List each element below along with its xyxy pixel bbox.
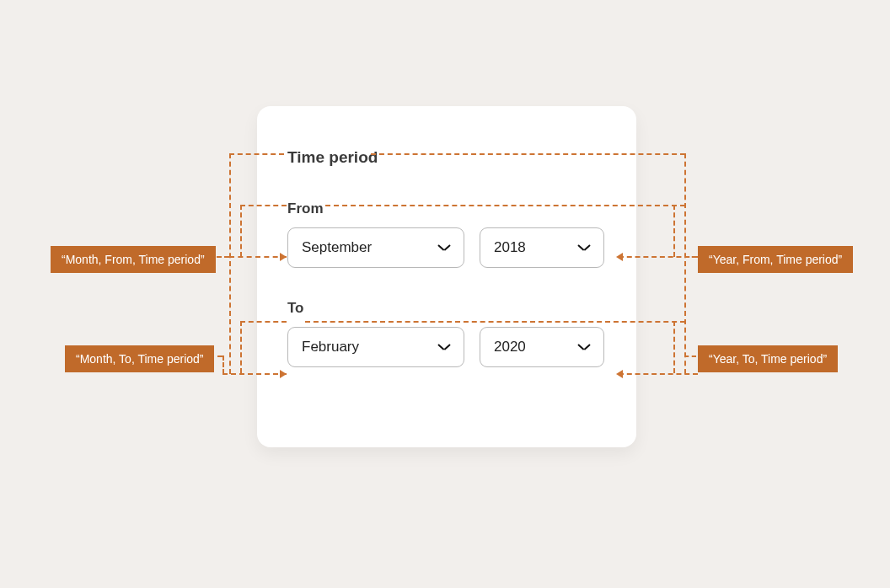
guide-line bbox=[229, 153, 284, 155]
from-month-select[interactable]: September bbox=[287, 227, 464, 268]
card-title: Time period bbox=[287, 148, 606, 167]
guide-line bbox=[325, 205, 685, 206]
guide-line bbox=[305, 321, 685, 323]
to-year-select[interactable]: 2020 bbox=[480, 327, 604, 367]
arrow-left-icon bbox=[616, 370, 623, 378]
to-month-value: February bbox=[302, 339, 359, 355]
connector-line bbox=[222, 355, 224, 374]
arrow-line bbox=[619, 373, 698, 375]
guide-line bbox=[240, 205, 287, 206]
time-period-card: Time period From September 2018 To Febru… bbox=[257, 106, 636, 447]
to-month-select[interactable]: February bbox=[287, 327, 464, 367]
from-group: From September 2018 bbox=[287, 200, 606, 268]
from-year-select[interactable]: 2018 bbox=[480, 227, 604, 268]
from-label: From bbox=[287, 200, 606, 217]
guide-line bbox=[240, 321, 287, 323]
guide-line bbox=[240, 205, 242, 257]
from-month-value: September bbox=[302, 239, 372, 256]
connector-line bbox=[684, 256, 696, 258]
guide-line bbox=[371, 153, 685, 155]
guide-line bbox=[684, 153, 686, 374]
annotation-year-to: “Year, To, Time period” bbox=[698, 345, 838, 372]
arrow-right-icon bbox=[280, 370, 287, 378]
arrow-right-icon bbox=[280, 253, 287, 261]
arrow-left-icon bbox=[616, 253, 623, 261]
annotation-month-to: “Month, To, Time period” bbox=[65, 345, 214, 372]
annotation-month-from: “Month, From, Time period” bbox=[51, 246, 216, 273]
chevron-down-icon bbox=[578, 344, 590, 350]
annotation-year-from: “Year, From, Time period” bbox=[698, 246, 853, 273]
guide-line bbox=[673, 205, 675, 257]
guide-line bbox=[240, 321, 242, 373]
to-year-value: 2020 bbox=[494, 339, 526, 355]
chevron-down-icon bbox=[438, 244, 450, 251]
from-selects: September 2018 bbox=[287, 227, 606, 268]
guide-line bbox=[673, 321, 675, 373]
chevron-down-icon bbox=[578, 244, 590, 251]
chevron-down-icon bbox=[438, 344, 450, 350]
guide-line bbox=[229, 153, 231, 374]
arrow-line bbox=[222, 373, 287, 375]
from-year-value: 2018 bbox=[494, 239, 526, 256]
connector-line bbox=[684, 355, 696, 357]
to-group: To February 2020 bbox=[287, 300, 606, 367]
to-label: To bbox=[287, 300, 606, 317]
arrow-line bbox=[229, 256, 287, 258]
to-selects: February 2020 bbox=[287, 327, 606, 367]
